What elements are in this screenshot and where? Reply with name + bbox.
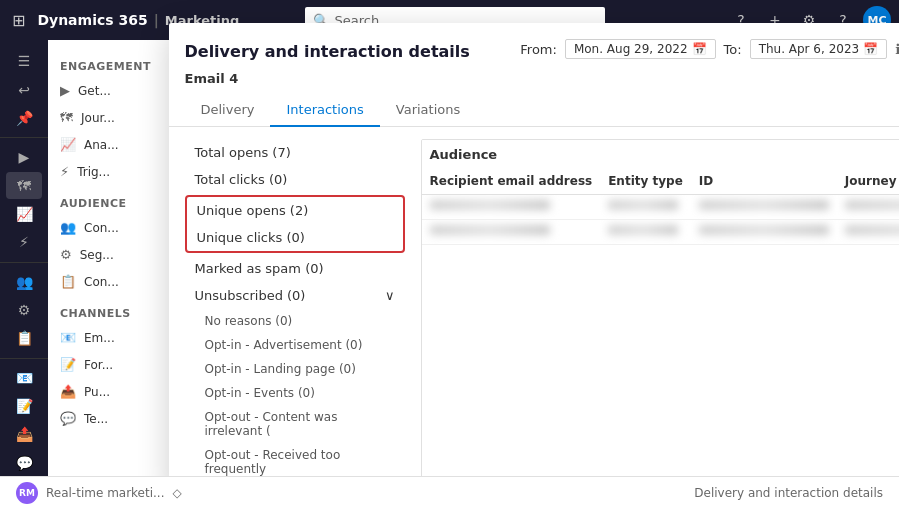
status-right-text: Delivery and interaction details [694, 486, 883, 500]
nav-item-segments-label: Seg... [80, 248, 114, 262]
sidebar-text-icon[interactable]: 💬 [6, 450, 42, 476]
from-calendar-icon: 📅 [692, 42, 707, 56]
left-sidebar: ☰ ↩ 📌 ▶ 🗺 📈 ⚡ 👥 ⚙ 📋 📧 📝 📤 💬 [0, 40, 48, 476]
from-date-value: Mon. Aug 29, 2022 [574, 42, 688, 56]
nav-item-push-icon: 📤 [60, 384, 76, 399]
metric-no-reasons[interactable]: No reasons (0) [185, 309, 405, 333]
chevron-down-icon: ∨ [385, 288, 395, 303]
nav-item-forms-label: For... [84, 358, 113, 372]
dialog-body: Total opens (7) Total clicks (0) Unique … [169, 127, 900, 493]
nav-item-triggers-icon: ⚡ [60, 164, 69, 179]
sidebar-recent-icon[interactable]: ↩ [6, 76, 42, 102]
status-avatar: RM [16, 482, 38, 504]
to-date-value: Thu. Apr 6, 2023 [759, 42, 860, 56]
sidebar-menu-icon[interactable]: ☰ [6, 48, 42, 74]
sidebar-consent-icon[interactable]: 📋 [6, 325, 42, 351]
info-icon[interactable]: ℹ [895, 41, 899, 57]
audience-panel: Audience ⊞ Recipient email address Entit… [421, 139, 900, 481]
metric-total-opens[interactable]: Total opens (7) [185, 139, 405, 166]
to-date-input[interactable]: Thu. Apr 6, 2023 📅 [750, 39, 888, 59]
cell-id-1 [691, 195, 837, 220]
nav-item-text-icon: 💬 [60, 411, 76, 426]
cell-journey-id-1 [837, 195, 899, 220]
cell-email-2 [422, 220, 601, 245]
nav-item-segments-icon: ⚙ [60, 247, 72, 262]
modal-overlay: Delivery and interaction details From: M… [218, 40, 899, 476]
sidebar-analytics-icon[interactable]: 📈 [6, 201, 42, 227]
col-journey-id: Journey ID [837, 168, 899, 195]
metrics-panel: Total opens (7) Total clicks (0) Unique … [185, 139, 405, 481]
audience-header: Audience ⊞ [422, 140, 900, 168]
metric-opt-in-ad[interactable]: Opt-in - Advertisement (0) [185, 333, 405, 357]
nav-item-push-label: Pu... [84, 385, 110, 399]
cell-entity-1 [600, 195, 691, 220]
cell-email-1 [422, 195, 601, 220]
nav-item-journey-label: Jour... [81, 111, 115, 125]
metric-unique-clicks[interactable]: Unique clicks (0) [187, 224, 403, 251]
grid-icon[interactable]: ⊞ [8, 7, 29, 34]
nav-item-contacts-label: Con... [84, 221, 119, 235]
tab-interactions[interactable]: Interactions [270, 94, 379, 127]
sidebar-pin-icon[interactable]: 📌 [6, 105, 42, 131]
date-row: From: Mon. Aug 29, 2022 📅 To: Thu. Apr 6… [520, 39, 899, 59]
nav-item-get-icon: ▶ [60, 83, 70, 98]
cell-journey-id-2 [837, 220, 899, 245]
nav-item-get-label: Get... [78, 84, 111, 98]
sidebar-journey-icon[interactable]: 🗺 [6, 172, 42, 198]
nav-divider: | [154, 12, 159, 28]
brand-name: Dynamics 365 [37, 12, 147, 28]
table-header-row: Recipient email address Entity type ID J… [422, 168, 900, 195]
metric-opt-in-events[interactable]: Opt-in - Events (0) [185, 381, 405, 405]
sidebar-segments-icon[interactable]: ⚙ [6, 297, 42, 323]
metric-total-clicks[interactable]: Total clicks (0) [185, 166, 405, 193]
cell-id-2 [691, 220, 837, 245]
metric-selected-group: Unique opens (2) Unique clicks (0) [185, 195, 405, 253]
nav-item-consent-label: Con... [84, 275, 119, 289]
status-diamond-icon: ◇ [173, 486, 182, 500]
metric-marked-spam[interactable]: Marked as spam (0) [185, 255, 405, 282]
nav-item-journey-icon: 🗺 [60, 110, 73, 125]
metric-opt-out-irrelevant[interactable]: Opt-out - Content was irrelevant ( [185, 405, 405, 443]
metric-unsubscribed-label: Unsubscribed (0) [195, 288, 306, 303]
nav-item-analytics-icon: 📈 [60, 137, 76, 152]
nav-item-contacts-icon: 👥 [60, 220, 76, 235]
metric-unique-opens[interactable]: Unique opens (2) [187, 197, 403, 224]
to-calendar-icon: 📅 [863, 42, 878, 56]
table-head: Recipient email address Entity type ID J… [422, 168, 900, 195]
from-date-input[interactable]: Mon. Aug 29, 2022 📅 [565, 39, 716, 59]
sidebar-engage-icon[interactable]: ▶ [6, 144, 42, 170]
col-email: Recipient email address [422, 168, 601, 195]
nav-item-email-label: Em... [84, 331, 115, 345]
main-area: Delivery and interaction details From: M… [218, 40, 899, 476]
sidebar-forms-icon[interactable]: 📝 [6, 393, 42, 419]
sidebar-trigger-icon[interactable]: ⚡ [6, 229, 42, 255]
cell-entity-2 [600, 220, 691, 245]
nav-item-analytics-label: Ana... [84, 138, 119, 152]
col-entity-type: Entity type [600, 168, 691, 195]
dialog: Delivery and interaction details From: M… [169, 23, 900, 493]
sidebar-contacts-icon[interactable]: 👥 [6, 268, 42, 294]
tab-delivery[interactable]: Delivery [185, 94, 271, 127]
nav-item-text-label: Te... [84, 412, 108, 426]
audience-table: Recipient email address Entity type ID J… [422, 168, 900, 480]
nav-item-triggers-label: Trig... [77, 165, 110, 179]
status-bar: RM Real-time marketi... ◇ Delivery and i… [0, 476, 899, 508]
nav-item-forms-icon: 📝 [60, 357, 76, 372]
data-table: Recipient email address Entity type ID J… [422, 168, 900, 245]
table-row [422, 195, 900, 220]
nav-item-email-icon: 📧 [60, 330, 76, 345]
status-text: Real-time marketi... [46, 486, 165, 500]
sidebar-email-icon[interactable]: 📧 [6, 364, 42, 390]
tab-variations[interactable]: Variations [380, 94, 476, 127]
table-row [422, 220, 900, 245]
table-body [422, 195, 900, 245]
metric-opt-in-landing[interactable]: Opt-in - Landing page (0) [185, 357, 405, 381]
dialog-tabs: Delivery Interactions Variations [169, 94, 900, 127]
dialog-header: Delivery and interaction details From: M… [169, 23, 900, 71]
sidebar-push-icon[interactable]: 📤 [6, 421, 42, 447]
dialog-title: Delivery and interaction details [185, 42, 470, 61]
nav-item-consent-icon: 📋 [60, 274, 76, 289]
dialog-subtitle: Email 4 [169, 71, 900, 94]
col-id: ID [691, 168, 837, 195]
metric-unsubscribed[interactable]: Unsubscribed (0) ∨ [185, 282, 405, 309]
